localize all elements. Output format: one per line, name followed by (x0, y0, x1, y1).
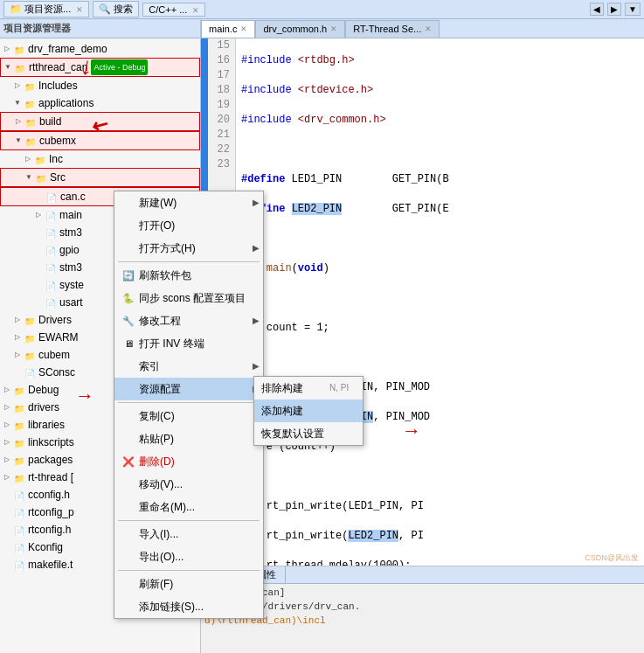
submenu-restore-default[interactable]: 恢复默认设置 (254, 422, 363, 445)
folder-icon: 📁 (23, 80, 37, 92)
menu-index[interactable]: 索引 ▶ (114, 355, 263, 378)
tree-arrow: ▷ (23, 151, 33, 167)
bottom-tabs: 控制台 属性 (201, 566, 644, 584)
tree-label: Inc (49, 151, 63, 167)
menu-sync-scons[interactable]: 🐍 同步 scons 配置至项目 (114, 287, 263, 309)
nav-prev-btn[interactable]: ◀ (590, 3, 604, 16)
file-icon: 📄 (44, 209, 58, 221)
menu-new[interactable]: 新建(W) ▶ (114, 191, 263, 214)
tree-label: libraries (28, 417, 65, 433)
menu-modify-project[interactable]: 🔧 修改工程 ▶ (114, 309, 263, 332)
title-bar: 📁 项目资源... ✕ 🔍 搜索 C/C++ ... ✕ ◀ ▶ ▼ (0, 0, 644, 19)
menu-rename[interactable]: 重命名(M)... (114, 496, 263, 518)
menu-paste[interactable]: 粘贴(P) (114, 427, 263, 450)
active-badge: Active - Debug (91, 59, 148, 75)
code-line: #define LED1_PIN GET_PIN(B (241, 172, 639, 187)
menu-open-inv[interactable]: 🖥 打开 INV 终端 (114, 332, 263, 355)
close-cpp-icon[interactable]: ✕ (192, 6, 199, 15)
project-explorer-tab[interactable]: 📁 项目资源... ✕ (3, 1, 89, 17)
tab-label: RT-Thread Se... (353, 24, 421, 34)
bottom-line: [rtthread_can] (204, 586, 641, 600)
menu-resource-config[interactable]: 资源配置 ▶ (114, 378, 263, 400)
bottom-content: [rtthread_can] ed from ../drivers/drv_ca… (201, 584, 644, 653)
file-icon: 📄 (12, 506, 26, 518)
tree-label: Includes (38, 78, 78, 94)
tree-arrow: ▷ (33, 207, 44, 223)
folder-icon: 📁 (12, 454, 26, 466)
menu-open-with[interactable]: 打开方式(H) ▶ (114, 237, 263, 260)
tab-main-c[interactable]: main.c ✕ (201, 20, 255, 38)
menu-export[interactable]: 导出(O)... (114, 545, 263, 568)
tree-label: syste (59, 277, 84, 293)
tree-arrow: ▷ (12, 78, 23, 94)
close-icon[interactable]: ✕ (330, 24, 337, 33)
tree-arrow: ▷ (12, 347, 23, 363)
tree-label: can.c (60, 189, 86, 205)
submenu-add-build[interactable]: 添加构建 (254, 399, 363, 422)
editor-tabs: main.c ✕ drv_common.h ✕ RT-Thread Se... … (201, 19, 644, 38)
tree-arrow: ▷ (12, 312, 23, 328)
tab-drv-common[interactable]: drv_common.h ✕ (255, 20, 345, 38)
tree-label: build (39, 114, 61, 129)
project-icon: 📁 (10, 3, 22, 14)
tree-label: gpio (59, 242, 80, 258)
tree-label: makefile.t (28, 557, 73, 573)
tree-arrow: ▷ (2, 434, 12, 450)
src-item[interactable]: ▼ 📁 Src (0, 168, 200, 187)
folder-icon: 📁 (13, 61, 27, 73)
tab-rtthread[interactable]: RT-Thread Se... ✕ (345, 20, 440, 38)
cubemx-item[interactable]: ▼ 📁 cubemx (0, 131, 200, 150)
context-menu: 新建(W) ▶ 打开(O) 打开方式(H) ▶ 🔄 刷新软件包 🐍 同步 sco… (114, 191, 264, 619)
file-icon: 📄 (12, 524, 26, 536)
tree-label: linkscripts (28, 434, 74, 450)
nav-menu-btn[interactable]: ▼ (625, 3, 641, 16)
main-layout: 项目资源管理器 ▷ 📁 drv_frame_demo ▼ 📁 rtthread_… (0, 19, 644, 653)
tree-arrow: ▷ (12, 330, 23, 345)
rtthread-can-item[interactable]: ▼ 📁 rtthread_can Active - Debug (0, 58, 200, 77)
tree-arrow: ▷ (2, 41, 12, 57)
menu-refresh-pkg[interactable]: 🔄 刷新软件包 (114, 264, 263, 287)
scons-icon: 🐍 (121, 289, 135, 307)
menu-add-link[interactable]: 添加链接(S)... (114, 595, 263, 618)
tree-arrow: ▼ (12, 95, 23, 111)
menu-label: 导出(O)... (139, 548, 184, 566)
tree-arrow: ▷ (2, 469, 12, 485)
menu-move[interactable]: 移动(V)... (114, 473, 263, 496)
watermark: CSDN@风出发 (585, 552, 639, 564)
menu-label: 打开 INV 终端 (139, 335, 204, 352)
submenu-arrow-icon: ▶ (253, 194, 260, 212)
menu-label: 刷新(F) (139, 575, 173, 593)
tree-label: Src (50, 170, 66, 185)
build-item[interactable]: ▷ 📁 build (0, 112, 200, 131)
close-icon[interactable]: ✕ (240, 24, 247, 33)
menu-refresh[interactable]: 刷新(F) (114, 573, 263, 595)
menu-copy[interactable]: 复制(C) (114, 405, 263, 427)
cpp-tab[interactable]: C/C++ ... ✕ (142, 3, 205, 17)
search-tab[interactable]: 🔍 搜索 (93, 1, 139, 17)
tab-label: main.c (209, 24, 237, 34)
submenu-exclude[interactable]: 排除构建 N, PI (254, 377, 363, 399)
tree-item[interactable]: ▼ 📁 applications (0, 94, 200, 112)
nav-next-btn[interactable]: ▶ (607, 3, 621, 16)
tree-item[interactable]: ▷ 📁 Includes (0, 77, 200, 94)
tree-item[interactable]: ▷ 📁 Inc (0, 150, 200, 168)
tree-item[interactable]: ▷ 📁 drv_frame_demo (0, 40, 200, 58)
tree-arrow: ▼ (3, 59, 13, 75)
close-icon[interactable]: ✕ (76, 5, 83, 14)
spacer: N, PI (329, 379, 349, 397)
code-line: rt_pin_write(LED1_PIN, PI (241, 499, 639, 514)
menu-import[interactable]: 导入(I)... (114, 523, 263, 545)
file-icon: 📄 (23, 366, 37, 379)
menu-label: 索引 (139, 358, 160, 375)
menu-open[interactable]: 打开(O) (114, 214, 263, 237)
close-icon[interactable]: ✕ (425, 24, 432, 33)
menu-label: 刷新软件包 (139, 267, 191, 284)
folder-icon: 📁 (24, 115, 38, 128)
tree-label: rt-thread [ (28, 469, 73, 485)
submenu-arrow-icon: ▶ (253, 358, 260, 375)
menu-delete[interactable]: ❌ 删除(D) (114, 450, 263, 473)
tree-arrow: ▷ (2, 417, 12, 433)
folder-icon: 📁 (12, 401, 26, 413)
code-line: rt_pin_write(LED2_PIN, PI (241, 529, 639, 544)
tree-label: cconfig.h (28, 487, 70, 503)
